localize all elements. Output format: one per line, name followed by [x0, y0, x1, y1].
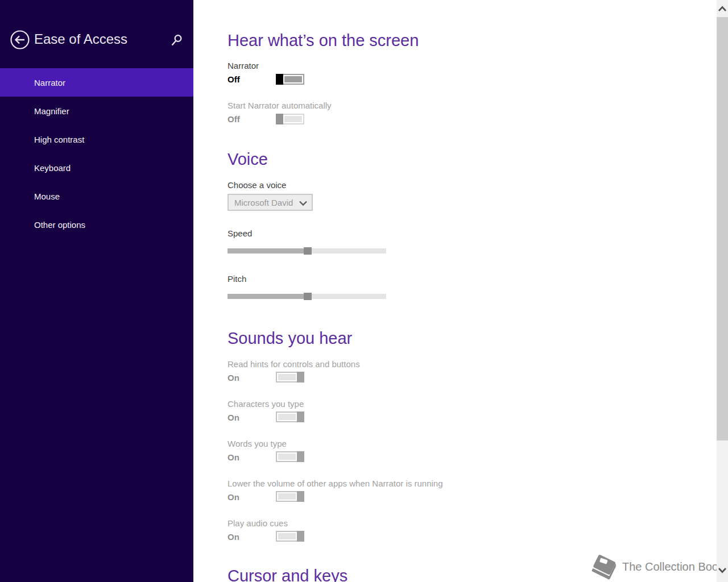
- pitch-slider-label: Pitch: [228, 274, 246, 284]
- sidebar-item-label: Keyboard: [34, 163, 71, 173]
- sidebar: Ease of Access Narrator Magnifier High c…: [0, 0, 193, 582]
- toggle-fill: [284, 116, 302, 122]
- toggle-fill: [278, 493, 296, 500]
- characters-you-type-state: On: [228, 413, 239, 422]
- toggle-thumb[interactable]: [276, 114, 283, 124]
- sidebar-item-label: Other options: [34, 220, 85, 230]
- start-narrator-automatically-state: Off: [228, 114, 240, 124]
- chevron-down-icon: [299, 199, 308, 207]
- play-audio-cues-state: On: [228, 532, 239, 542]
- vertical-scrollbar[interactable]: [717, 0, 728, 582]
- pitch-slider[interactable]: [228, 294, 386, 299]
- slider-fill: [228, 294, 304, 299]
- sidebar-item-label: Magnifier: [34, 106, 69, 116]
- sidebar-item-label: Mouse: [34, 192, 60, 201]
- words-you-type-state: On: [228, 452, 239, 462]
- book-icon: [588, 551, 620, 582]
- page-title: Ease of Access: [34, 31, 127, 47]
- sidebar-item-label: Narrator: [34, 78, 65, 88]
- slider-thumb[interactable]: [304, 293, 312, 300]
- section-heading-cursor-and-keys: Cursor and keys: [228, 567, 348, 582]
- toggle-fill: [278, 414, 296, 420]
- voice-select[interactable]: Microsoft David: [228, 194, 313, 211]
- speed-slider[interactable]: [228, 248, 386, 253]
- sidebar-item-magnifier[interactable]: Magnifier: [0, 97, 193, 125]
- slider-fill: [228, 248, 304, 253]
- section-heading-voice: Voice: [228, 150, 268, 169]
- narrator-toggle-state: Off: [228, 74, 240, 84]
- toggle-fill: [278, 533, 296, 539]
- toggle-thumb[interactable]: [297, 491, 304, 502]
- scrollbar-thumb[interactable]: [717, 17, 728, 440]
- read-hints-toggle[interactable]: [276, 372, 304, 383]
- speed-slider-label: Speed: [228, 228, 252, 238]
- lower-volume-toggle[interactable]: [276, 491, 304, 502]
- lower-volume-state: On: [228, 492, 239, 502]
- words-you-type-label: Words you type: [228, 439, 287, 448]
- words-you-type-toggle[interactable]: [276, 451, 304, 462]
- toggle-fill: [278, 374, 296, 380]
- sidebar-item-label: High contrast: [34, 135, 84, 144]
- toggle-thumb[interactable]: [297, 531, 304, 542]
- back-button[interactable]: [10, 30, 30, 50]
- back-arrow-icon: [10, 42, 30, 52]
- slider-thumb[interactable]: [304, 247, 312, 255]
- toggle-fill: [278, 454, 296, 460]
- sidebar-item-narrator[interactable]: Narrator: [0, 68, 193, 97]
- lower-volume-label: Lower the volume of other apps when Narr…: [228, 479, 443, 488]
- characters-you-type-label: Characters you type: [228, 399, 304, 409]
- sidebar-item-mouse[interactable]: Mouse: [0, 182, 193, 210]
- section-heading-sounds: Sounds you hear: [228, 329, 352, 348]
- start-narrator-automatically-label: Start Narrator automatically: [228, 101, 332, 110]
- toggle-thumb[interactable]: [297, 372, 304, 383]
- toggle-thumb[interactable]: [276, 74, 283, 85]
- search-icon: [170, 39, 184, 49]
- search-button[interactable]: [170, 34, 184, 47]
- chevron-down-icon: [717, 565, 727, 575]
- watermark-text: The Collection Book: [622, 560, 724, 573]
- sidebar-nav: Narrator Magnifier High contrast Keyboar…: [0, 68, 193, 239]
- play-audio-cues-toggle[interactable]: [276, 531, 304, 542]
- scroll-down-button[interactable]: [717, 565, 727, 575]
- scroll-up-button[interactable]: [717, 4, 727, 14]
- sidebar-item-other-options[interactable]: Other options: [0, 210, 193, 239]
- choose-voice-label: Choose a voice: [228, 180, 286, 190]
- section-heading-hear: Hear what’s on the screen: [228, 31, 419, 50]
- toggle-fill: [284, 76, 302, 82]
- chevron-up-icon: [717, 4, 727, 14]
- toggle-thumb[interactable]: [297, 451, 304, 462]
- toggle-thumb[interactable]: [297, 411, 304, 422]
- narrator-toggle-label: Narrator: [228, 61, 259, 70]
- play-audio-cues-label: Play audio cues: [228, 518, 288, 528]
- read-hints-label: Read hints for controls and buttons: [228, 359, 360, 369]
- voice-select-value: Microsoft David: [234, 198, 293, 207]
- start-narrator-automatically-toggle[interactable]: [276, 114, 304, 124]
- narrator-toggle[interactable]: [276, 74, 304, 85]
- sidebar-item-keyboard[interactable]: Keyboard: [0, 153, 193, 182]
- characters-you-type-toggle[interactable]: [276, 411, 304, 422]
- sidebar-item-high-contrast[interactable]: High contrast: [0, 125, 193, 153]
- read-hints-state: On: [228, 373, 239, 383]
